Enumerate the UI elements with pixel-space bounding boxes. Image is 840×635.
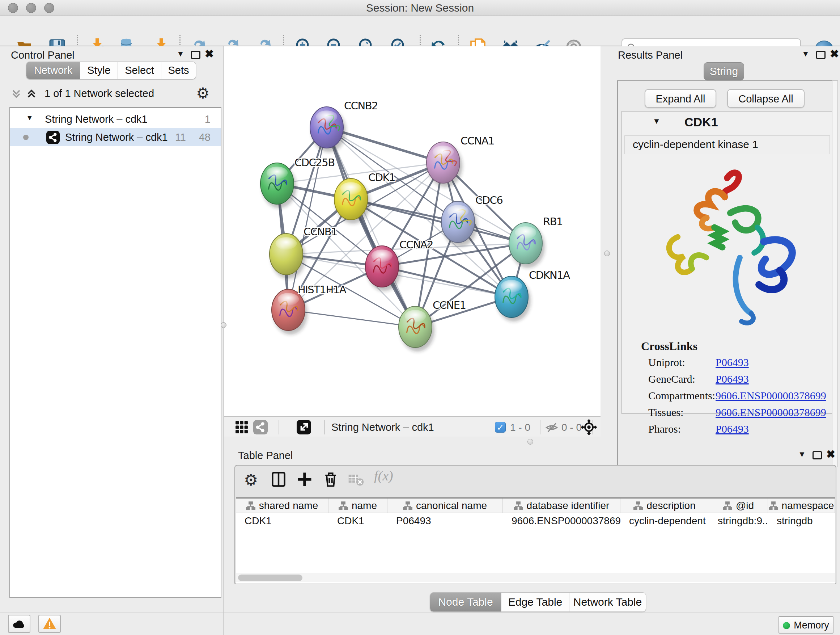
table-panel-close-icon[interactable]: ✖ bbox=[826, 450, 835, 459]
collapse-all-button[interactable]: Collapse All bbox=[727, 89, 805, 108]
crosslink-label: Pharos: bbox=[648, 423, 681, 435]
table-panel-menu-icon[interactable]: ▼ bbox=[798, 450, 806, 459]
network-options-gear-icon[interactable]: ⚙ bbox=[196, 85, 210, 102]
tab-network-table[interactable]: Network Table bbox=[569, 593, 646, 611]
crosslink-compartments[interactable]: 9606.ENSP00000378699 bbox=[715, 390, 826, 402]
section-expand-icon[interactable]: ▼ bbox=[653, 117, 660, 126]
node-table-container: ⚙ f(x) shared name name canonical name d… bbox=[234, 465, 836, 584]
right-splitter-handle[interactable] bbox=[604, 250, 610, 256]
tab-string[interactable]: String bbox=[704, 62, 744, 80]
network-node-CCNE1[interactable]: CCNE1 bbox=[399, 299, 466, 352]
network-view: CCNB2CCNA1CDC25BCDK1CDC6RB1CCNB1CCNA2CDK… bbox=[224, 46, 600, 416]
node-label-CCNA2: CCNA2 bbox=[399, 239, 433, 251]
crosslink-pharos[interactable]: P06493 bbox=[715, 423, 749, 435]
expand-all-button[interactable]: Expand All bbox=[645, 89, 716, 108]
cell-name[interactable]: CDK1 bbox=[328, 513, 387, 529]
table-row[interactable]: CDK1 CDK1 P06493 9606.ENSP00000378699 cy… bbox=[236, 513, 835, 529]
warning-status-button[interactable] bbox=[38, 615, 61, 633]
table-horizontal-scrollbar[interactable] bbox=[236, 573, 835, 582]
column-header-canonical-name[interactable]: canonical name bbox=[387, 499, 503, 513]
add-column-icon[interactable] bbox=[296, 470, 315, 492]
control-panel-menu-icon[interactable]: ▼ bbox=[177, 49, 185, 59]
cell-description[interactable]: cyclin-dependent ... bbox=[621, 513, 709, 529]
tab-style[interactable]: Style bbox=[80, 62, 118, 79]
cloud-icon bbox=[11, 618, 27, 630]
selected-checkbox-icon[interactable]: ✓ bbox=[495, 422, 506, 432]
network-edge-CCNB2-CCNE1[interactable] bbox=[327, 127, 415, 327]
results-panel-title: Results Panel bbox=[618, 49, 683, 61]
delete-table-icon bbox=[347, 470, 366, 492]
control-panel: Control Panel ▼ ✖ Network Style Select S… bbox=[0, 46, 224, 635]
memory-button[interactable]: Memory bbox=[778, 616, 834, 633]
network-node-CDKN1A[interactable]: CDKN1A bbox=[495, 269, 570, 321]
tab-network[interactable]: Network bbox=[27, 62, 80, 79]
left-splitter-handle[interactable] bbox=[221, 322, 226, 328]
status-bar-divider bbox=[0, 613, 840, 613]
table-options-gear-icon[interactable]: ⚙ bbox=[244, 470, 263, 492]
string-results-container: Expand All Collapse All ▼ CDK1 cyclin-de… bbox=[617, 80, 836, 467]
tab-node-table[interactable]: Node Table bbox=[430, 593, 501, 611]
node-label-CDC25B: CDC25B bbox=[294, 157, 335, 169]
results-scrollbar[interactable] bbox=[832, 80, 838, 467]
network-node-CCNB2[interactable]: CCNB2 bbox=[310, 100, 378, 152]
node-label-CCNA1: CCNA1 bbox=[461, 135, 494, 147]
crosslink-uniprot[interactable]: P06493 bbox=[715, 356, 749, 369]
column-header-id[interactable]: @id bbox=[709, 499, 768, 513]
scrollbar-thumb[interactable] bbox=[238, 575, 302, 581]
node-label-HIST1H1A: HIST1H1A bbox=[298, 283, 347, 296]
results-panel: Results Panel ▼ ✖ String Expand All Coll… bbox=[615, 46, 840, 437]
table-panel-float-icon[interactable] bbox=[813, 451, 822, 459]
network-selection-info: 1 of 1 Network selected bbox=[0, 88, 199, 100]
control-panel-close-icon[interactable]: ✖ bbox=[205, 49, 214, 59]
network-edge-count: 48 bbox=[199, 131, 210, 143]
memory-status-icon bbox=[783, 622, 790, 629]
show-columns-icon[interactable] bbox=[270, 470, 289, 492]
table-panel: Table Panel ▼ ✖ ⚙ f(x) shared name name … bbox=[234, 445, 836, 586]
tab-select[interactable]: Select bbox=[118, 62, 161, 79]
node-table: shared name name canonical name database… bbox=[236, 497, 835, 584]
column-header-database-identifier[interactable]: database identifier bbox=[503, 499, 621, 513]
node-label-CDK1: CDK1 bbox=[368, 171, 395, 184]
column-header-name[interactable]: name bbox=[328, 499, 387, 513]
network-node-CDC25B[interactable]: CDC25B bbox=[261, 157, 335, 208]
cell-namespace[interactable]: stringdb bbox=[768, 513, 835, 529]
network-node-HIST1H1A[interactable]: HIST1H1A bbox=[272, 283, 347, 334]
tab-edge-table[interactable]: Edge Table bbox=[501, 593, 569, 611]
network-node-CDC6[interactable]: CDC6 bbox=[441, 194, 502, 247]
delete-column-icon[interactable] bbox=[322, 470, 341, 492]
results-panel-float-icon[interactable] bbox=[816, 51, 826, 59]
network-node-RB1[interactable]: RB1 bbox=[509, 215, 562, 268]
tree-expand-icon[interactable]: ▼ bbox=[26, 114, 33, 122]
crosslink-genecard[interactable]: P06493 bbox=[715, 373, 749, 385]
protein-name: CDK1 bbox=[684, 115, 718, 129]
control-panel-float-icon[interactable] bbox=[191, 51, 201, 59]
node-details-header[interactable]: ▼ CDK1 bbox=[622, 111, 832, 133]
network-node-count: 11 bbox=[175, 131, 186, 143]
control-panel-title: Control Panel bbox=[11, 49, 74, 61]
network-row-selected[interactable]: String Network – cdk1 11 48 bbox=[10, 128, 221, 146]
crosslink-label: GeneCard: bbox=[648, 373, 695, 385]
detach-view-icon[interactable] bbox=[297, 420, 311, 434]
grid-mode-icon[interactable] bbox=[234, 420, 249, 436]
column-header-description[interactable]: description bbox=[621, 499, 709, 513]
results-panel-close-icon[interactable]: ✖ bbox=[830, 49, 839, 59]
results-panel-menu-icon[interactable]: ▼ bbox=[802, 49, 810, 59]
crosslink-label: Tissues: bbox=[648, 406, 684, 418]
column-header-shared-name[interactable]: shared name bbox=[236, 499, 328, 513]
cloud-status-button[interactable] bbox=[8, 615, 30, 633]
network-canvas[interactable]: CCNB2CCNA1CDC25BCDK1CDC6RB1CCNB1CCNA2CDK… bbox=[224, 46, 600, 416]
bottom-splitter-handle[interactable] bbox=[527, 439, 533, 445]
protein-structure-image bbox=[647, 162, 807, 333]
crosslink-tissues[interactable]: 9606.ENSP00000378699 bbox=[715, 406, 826, 418]
network-view-mode-icon[interactable] bbox=[253, 420, 268, 434]
node-details-section: ▼ CDK1 cyclin-dependent kinase 1 bbox=[622, 111, 833, 414]
cell-database-identifier[interactable]: 9606.ENSP00000378699 bbox=[503, 513, 621, 529]
cell-shared-name[interactable]: CDK1 bbox=[236, 513, 328, 529]
column-header-namespace[interactable]: namespace bbox=[768, 499, 835, 513]
network-view-toolbar: String Network – cdk1 ✓ 1 - 0 0 - 0 bbox=[224, 416, 600, 437]
network-collection-row[interactable]: ▼ String Network – cdk1 1 bbox=[10, 110, 221, 128]
birdseye-navigator-icon[interactable] bbox=[581, 419, 597, 437]
cell-canonical-name[interactable]: P06493 bbox=[387, 513, 503, 529]
tab-sets[interactable]: Sets bbox=[161, 62, 196, 79]
cell-id[interactable]: stringdb:9... bbox=[709, 513, 768, 529]
